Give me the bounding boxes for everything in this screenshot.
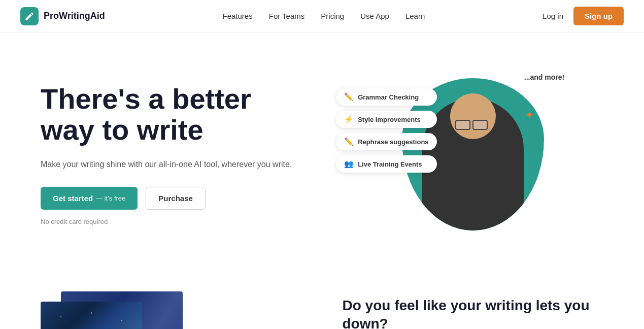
- grammar-icon: ✏️: [344, 92, 354, 102]
- nav-features[interactable]: Features: [223, 12, 253, 20]
- pill-rephrase: ✏️ Rephrase suggestions: [336, 133, 436, 150]
- login-link[interactable]: Log in: [543, 12, 563, 20]
- section2-image: My idea in my head: [41, 286, 302, 329]
- section2-content: Do you feel like your writing lets you d…: [343, 286, 604, 329]
- hero-subtext: Make your writing shine with our all-in-…: [41, 158, 292, 171]
- painting-front: [41, 302, 142, 329]
- get-started-button[interactable]: Get started — it's free: [41, 187, 138, 210]
- person-glasses: [455, 120, 491, 130]
- hero-illustration: ✏️ Grammar Checking ⚡ Style Improvements…: [292, 63, 614, 246]
- get-started-suffix: — it's free: [96, 194, 125, 202]
- hero-buttons: Get started — it's free Purchase: [41, 187, 292, 210]
- pill-style: ⚡ Style Improvements: [336, 111, 436, 128]
- section2: My idea in my head Do you feel like your…: [0, 266, 644, 329]
- pill-style-label: Style Improvements: [358, 116, 421, 123]
- glass-left: [455, 120, 470, 130]
- illustration-container: ✏️ Grammar Checking ⚡ Style Improvements…: [346, 68, 559, 241]
- navbar: ProWritingAid Features For Teams Pricing…: [0, 0, 644, 32]
- logo-svg: [24, 11, 35, 21]
- rephrase-icon: ✏️: [344, 137, 354, 146]
- pill-training-label: Live Training Events: [358, 160, 422, 168]
- hero-headline-line2: way to write: [41, 114, 204, 146]
- training-icon: 👥: [344, 159, 354, 169]
- person-head: [450, 93, 496, 139]
- nav-learn[interactable]: Learn: [405, 12, 425, 20]
- nav-use-app[interactable]: Use App: [360, 12, 389, 20]
- pill-grammar: ✏️ Grammar Checking: [336, 88, 436, 106]
- style-icon: ⚡: [344, 115, 354, 124]
- signup-button[interactable]: Sign up: [573, 7, 624, 25]
- logo-link[interactable]: ProWritingAid: [20, 7, 105, 25]
- section2-heading: Do you feel like your writing lets you d…: [343, 297, 604, 329]
- pill-training: 👥 Live Training Events: [336, 155, 436, 173]
- pill-rephrase-label: Rephrase suggestions: [358, 138, 428, 146]
- feature-pills: ✏️ Grammar Checking ⚡ Style Improvements…: [336, 88, 436, 173]
- get-started-label: Get started: [53, 194, 93, 203]
- sparkle-icon: ✦: [525, 109, 534, 122]
- logo-icon: [20, 7, 39, 25]
- no-cc-text: No credit card required: [41, 218, 292, 225]
- hero-headline-line1: There's a better: [41, 83, 251, 115]
- painting-stack: My idea in my head: [41, 286, 223, 329]
- nav-for-teams[interactable]: For Teams: [269, 12, 305, 20]
- purchase-button[interactable]: Purchase: [146, 187, 206, 210]
- glass-right: [472, 120, 488, 130]
- and-more-text: ...and more!: [524, 73, 564, 81]
- canvas-starry: [41, 302, 142, 329]
- hero-content: There's a better way to write Make your …: [41, 83, 292, 226]
- hero-section: There's a better way to write Make your …: [0, 32, 644, 266]
- nav-pricing[interactable]: Pricing: [321, 12, 344, 20]
- nav-right: Log in Sign up: [543, 7, 624, 25]
- logo-text: ProWritingAid: [44, 11, 105, 21]
- nav-links: Features For Teams Pricing Use App Learn: [223, 12, 425, 21]
- pill-grammar-label: Grammar Checking: [358, 93, 419, 101]
- hero-headline: There's a better way to write: [41, 83, 292, 146]
